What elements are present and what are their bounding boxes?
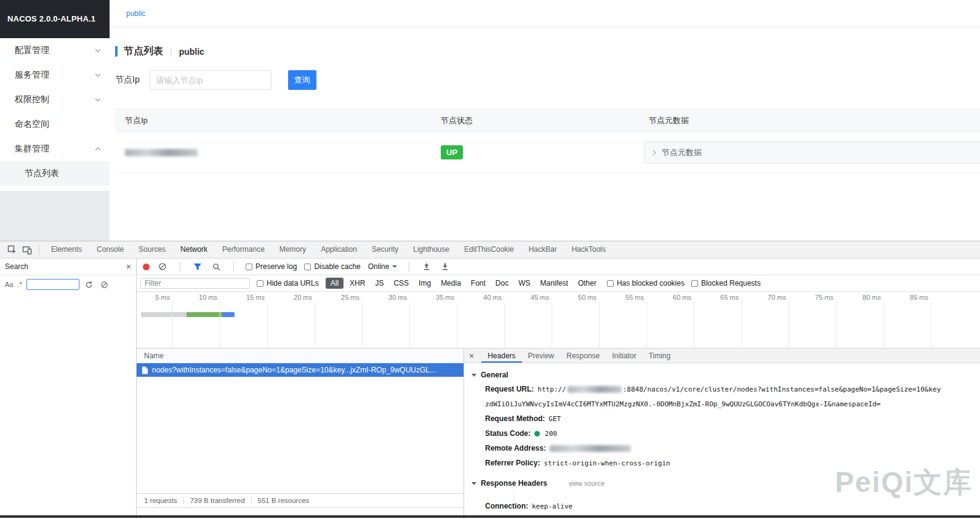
filter-pill-js[interactable]: JS bbox=[371, 278, 387, 289]
metadata-expander[interactable]: 节点元数据 bbox=[644, 141, 980, 164]
inspect-element-icon[interactable] bbox=[5, 243, 20, 257]
details-tab-timing[interactable]: Timing bbox=[643, 349, 677, 363]
sidebar-item-config[interactable]: 配置管理 bbox=[0, 38, 110, 63]
toolbar-separator bbox=[409, 262, 409, 272]
filter-pill-manifest[interactable]: Manifest bbox=[537, 278, 572, 289]
redacted-host bbox=[568, 386, 622, 393]
timeline-gridline bbox=[362, 302, 363, 348]
filter-input[interactable] bbox=[140, 278, 250, 289]
accent-bar bbox=[115, 46, 118, 57]
filter-icon[interactable] bbox=[192, 261, 203, 272]
filter-pill-other[interactable]: Other bbox=[574, 278, 600, 289]
checkbox-icon bbox=[246, 264, 252, 270]
response-headers-section-header[interactable]: Response Headers view source bbox=[472, 477, 980, 490]
checkbox-icon bbox=[257, 280, 263, 287]
filter-pill-css[interactable]: CSS bbox=[390, 278, 412, 289]
devtools-tab-sources[interactable]: Sources bbox=[131, 241, 173, 258]
search-refresh-icon[interactable] bbox=[84, 279, 95, 290]
devtools-tab-console[interactable]: Console bbox=[89, 241, 131, 258]
request-url-row: Request URL: http://:8848/nacos/v1/core/… bbox=[472, 382, 980, 396]
timeline-gridline bbox=[694, 302, 694, 348]
filter-pill-all[interactable]: All bbox=[326, 278, 343, 289]
node-ip-input[interactable] bbox=[150, 70, 271, 90]
general-section-header[interactable]: General bbox=[472, 368, 980, 382]
export-har-icon[interactable] bbox=[440, 261, 451, 272]
filter-pill-doc[interactable]: Doc bbox=[492, 278, 512, 289]
devtools-tab-hacktools[interactable]: HackTools bbox=[564, 241, 613, 258]
device-toolbar-icon[interactable] bbox=[20, 243, 34, 257]
match-case-toggle[interactable]: Aa bbox=[5, 281, 13, 288]
checkbox-icon bbox=[607, 280, 614, 287]
filter-pill-font[interactable]: Font bbox=[467, 278, 489, 289]
headers-panel: General Request URL: http://:8848/nacos/… bbox=[464, 363, 980, 513]
timeline-tick-label: 5 ms bbox=[137, 294, 170, 301]
request-list: Name nodes?withInstances=false&pageNo=1&… bbox=[137, 348, 464, 519]
devtools-tab-application[interactable]: Application bbox=[313, 241, 364, 258]
blocked-requests-checkbox[interactable]: Blocked Requests bbox=[691, 279, 761, 288]
search-icon[interactable] bbox=[211, 261, 222, 272]
sidebar-item-namespace[interactable]: 命名空间 bbox=[0, 112, 110, 137]
nacos-sidebar: NACOS 2.0.0-ALPHA.1 配置管理 服务管理 权限控制 命名空间 … bbox=[0, 0, 110, 241]
timeline-gridline bbox=[315, 302, 315, 348]
filter-pill-xhr[interactable]: XHR bbox=[346, 278, 369, 289]
devtools-tab-hackbar[interactable]: HackBar bbox=[521, 241, 564, 258]
sidebar-item-cluster[interactable]: 集群管理 bbox=[0, 137, 110, 161]
devtools-tab-network[interactable]: Network bbox=[173, 241, 215, 258]
request-row-selected[interactable]: nodes?withInstances=false&pageNo=1&pageS… bbox=[137, 363, 464, 377]
devtools-tab-lighthouse[interactable]: Lighthouse bbox=[406, 241, 457, 258]
network-toolbar: Preserve log Disable cache Online bbox=[137, 259, 980, 275]
hide-data-urls-checkbox[interactable]: Hide data URLs bbox=[257, 279, 319, 288]
node-ip-cell bbox=[115, 147, 431, 158]
filter-pill-ws[interactable]: WS bbox=[515, 278, 534, 289]
clear-icon[interactable] bbox=[157, 261, 168, 272]
filter-pill-img[interactable]: Img bbox=[415, 278, 435, 289]
view-source-link[interactable]: view source bbox=[569, 480, 604, 487]
redacted-node-ip bbox=[125, 149, 198, 156]
regex-toggle[interactable]: .* bbox=[17, 281, 22, 288]
preserve-log-checkbox[interactable]: Preserve log bbox=[246, 262, 297, 271]
search-input[interactable] bbox=[26, 279, 79, 290]
filter-pill-media[interactable]: Media bbox=[437, 278, 465, 289]
timeline-gridline bbox=[504, 302, 505, 348]
network-overview-ruler[interactable]: 5 ms10 ms15 ms20 ms25 ms30 ms35 ms40 ms4… bbox=[137, 292, 980, 348]
connection-header-row: Connection: keep-alive bbox=[472, 499, 980, 513]
devtools-tab-performance[interactable]: Performance bbox=[215, 241, 272, 258]
checkbox-icon bbox=[691, 280, 698, 287]
details-tab-response[interactable]: Response bbox=[560, 349, 606, 363]
record-button[interactable] bbox=[143, 264, 150, 270]
details-tab-headers[interactable]: Headers bbox=[481, 349, 521, 363]
sidebar-filler bbox=[0, 191, 110, 241]
timeline-tick-label: 80 ms bbox=[845, 294, 881, 301]
details-tab-preview[interactable]: Preview bbox=[522, 349, 561, 363]
devtools: ElementsConsoleSourcesNetworkPerformance… bbox=[0, 241, 980, 519]
has-blocked-cookies-checkbox[interactable]: Has blocked cookies bbox=[607, 279, 685, 288]
query-button[interactable]: 查询 bbox=[288, 70, 316, 90]
throttling-select[interactable]: Online bbox=[368, 262, 398, 271]
namespace-tab-public[interactable]: public bbox=[126, 9, 145, 18]
nacos-console: NACOS 2.0.0-ALPHA.1 配置管理 服务管理 权限控制 命名空间 … bbox=[0, 0, 980, 241]
search-clear-icon[interactable] bbox=[99, 279, 110, 290]
waterfall-bar bbox=[141, 312, 235, 317]
request-list-header[interactable]: Name bbox=[137, 348, 464, 363]
node-status-cell: UP bbox=[431, 145, 639, 159]
timeline-gridline bbox=[646, 302, 647, 348]
details-close-button[interactable]: × bbox=[469, 352, 474, 360]
import-har-icon[interactable] bbox=[421, 261, 432, 272]
disclosure-triangle-icon bbox=[472, 374, 476, 377]
devtools-tab-elements[interactable]: Elements bbox=[44, 241, 89, 258]
timeline-tick-label: 25 ms bbox=[324, 294, 359, 301]
page-header: 节点列表 | public bbox=[115, 45, 204, 58]
status-code-row: Status Code: 200 bbox=[472, 426, 980, 441]
devtools-tab-memory[interactable]: Memory bbox=[272, 241, 313, 258]
sidebar-item-service[interactable]: 服务管理 bbox=[0, 63, 110, 87]
search-close-button[interactable]: × bbox=[126, 262, 131, 271]
disable-cache-checkbox[interactable]: Disable cache bbox=[304, 262, 360, 271]
sidebar-item-permission[interactable]: 权限控制 bbox=[0, 87, 110, 112]
timeline-tick-label: 55 ms bbox=[608, 294, 644, 301]
devtools-tab-security[interactable]: Security bbox=[364, 241, 406, 258]
devtools-tab-editthiscookie[interactable]: EditThisCookie bbox=[457, 241, 521, 258]
sidebar-item-node-list[interactable]: 节点列表 bbox=[0, 161, 110, 186]
details-tab-initiator[interactable]: Initiator bbox=[606, 349, 642, 363]
status-ok-icon bbox=[534, 431, 540, 437]
title-divider: | bbox=[170, 47, 172, 57]
